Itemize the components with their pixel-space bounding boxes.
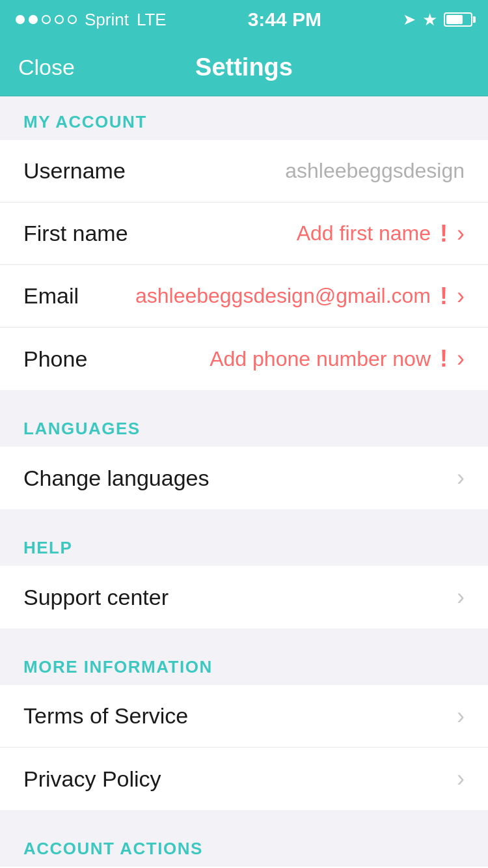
dot-2 bbox=[29, 15, 38, 24]
section-header-my-account: MY ACCOUNT bbox=[0, 96, 488, 140]
chevron-icon-support-center: › bbox=[457, 583, 465, 611]
row-right-email: ashleebeggsdesign@gmail.com!› bbox=[135, 283, 465, 310]
bluetooth-icon: ★ bbox=[422, 10, 437, 30]
settings-row-privacy-policy[interactable]: Privacy Policy› bbox=[0, 748, 488, 810]
row-right-terms-of-service: › bbox=[457, 703, 465, 730]
settings-row-username[interactable]: Usernameashleebeggsdesign bbox=[0, 140, 488, 203]
chevron-icon-first-name: › bbox=[457, 220, 465, 247]
spacer-more-information bbox=[0, 810, 488, 823]
row-right-support-center: › bbox=[457, 583, 465, 611]
settings-row-support-center[interactable]: Support center› bbox=[0, 566, 488, 628]
section-header-more-information: MORE INFORMATION bbox=[0, 641, 488, 685]
settings-group-help: Support center› bbox=[0, 566, 488, 628]
settings-group-languages: Change languages› bbox=[0, 447, 488, 509]
row-label-change-languages: Change languages bbox=[23, 466, 209, 491]
dot-5 bbox=[68, 15, 77, 24]
exclamation-icon-first-name: ! bbox=[440, 220, 448, 247]
status-left: Sprint LTE bbox=[16, 10, 167, 30]
row-label-username: Username bbox=[23, 158, 126, 184]
settings-group-more-information: Terms of Service›Privacy Policy› bbox=[0, 685, 488, 810]
chevron-icon-terms-of-service: › bbox=[457, 703, 465, 730]
exclamation-icon-email: ! bbox=[440, 283, 448, 310]
nav-bar: Close Settings bbox=[0, 39, 488, 96]
battery-icon bbox=[444, 12, 472, 27]
chevron-icon-change-languages: › bbox=[457, 464, 465, 492]
exclamation-icon-phone: ! bbox=[440, 345, 448, 372]
settings-row-first-name[interactable]: First nameAdd first name!› bbox=[0, 203, 488, 265]
settings-row-change-languages[interactable]: Change languages› bbox=[0, 447, 488, 509]
carrier-label: Sprint bbox=[85, 10, 129, 30]
row-label-support-center: Support center bbox=[23, 585, 169, 610]
battery-fill bbox=[446, 15, 463, 24]
row-right-first-name: Add first name!› bbox=[297, 220, 465, 247]
close-button[interactable]: Close bbox=[18, 55, 75, 80]
row-right-phone: Add phone number now!› bbox=[210, 345, 465, 372]
row-right-username: ashleebeggsdesign bbox=[285, 159, 465, 183]
location-icon: ➤ bbox=[403, 10, 416, 29]
row-value-email: ashleebeggsdesign@gmail.com bbox=[135, 284, 431, 308]
network-label: LTE bbox=[137, 10, 167, 30]
spacer-help bbox=[0, 628, 488, 641]
row-right-change-languages: › bbox=[457, 464, 465, 492]
dot-3 bbox=[42, 15, 51, 24]
row-value-first-name: Add first name bbox=[297, 221, 431, 245]
settings-group-my-account: UsernameashleebeggsdesignFirst nameAdd f… bbox=[0, 140, 488, 390]
chevron-icon-privacy-policy: › bbox=[457, 765, 465, 792]
row-value-phone: Add phone number now bbox=[210, 347, 431, 371]
row-label-phone: Phone bbox=[23, 346, 87, 372]
chevron-icon-email: › bbox=[457, 283, 465, 310]
section-header-account-actions: ACCOUNT ACTIONS bbox=[0, 823, 488, 867]
settings-row-phone[interactable]: PhoneAdd phone number now!› bbox=[0, 328, 488, 390]
chevron-icon-phone: › bbox=[457, 345, 465, 372]
row-right-privacy-policy: › bbox=[457, 765, 465, 792]
row-label-first-name: First name bbox=[23, 221, 128, 246]
section-header-help: HELP bbox=[0, 522, 488, 566]
status-right: ➤ ★ bbox=[403, 10, 472, 30]
settings-row-email[interactable]: Emailashleebeggsdesign@gmail.com!› bbox=[0, 265, 488, 328]
settings-container: MY ACCOUNTUsernameashleebeggsdesignFirst… bbox=[0, 96, 488, 868]
signal-dots bbox=[16, 15, 77, 24]
page-title: Settings bbox=[195, 53, 293, 81]
status-time: 3:44 PM bbox=[248, 8, 321, 31]
row-label-privacy-policy: Privacy Policy bbox=[23, 766, 161, 792]
dot-4 bbox=[55, 15, 64, 24]
spacer-languages bbox=[0, 509, 488, 522]
status-bar: Sprint LTE 3:44 PM ➤ ★ bbox=[0, 0, 488, 39]
row-label-terms-of-service: Terms of Service bbox=[23, 703, 188, 729]
spacer-my-account bbox=[0, 390, 488, 403]
row-value-username: ashleebeggsdesign bbox=[285, 159, 465, 183]
dot-1 bbox=[16, 15, 25, 24]
section-header-languages: LANGUAGES bbox=[0, 403, 488, 447]
settings-row-terms-of-service[interactable]: Terms of Service› bbox=[0, 685, 488, 748]
row-label-email: Email bbox=[23, 283, 79, 309]
